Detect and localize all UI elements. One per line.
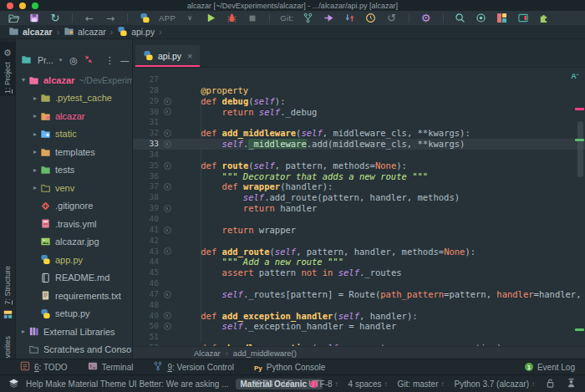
fold-marker-icon[interactable]: ∧ — [164, 227, 171, 234]
git-push-icon[interactable] — [323, 12, 336, 24]
status-item-33-23[interactable]: 33:23 — [252, 379, 273, 389]
error-stripe-mark[interactable] — [575, 108, 584, 110]
git-update-icon[interactable] — [343, 12, 357, 24]
fold-marker-icon[interactable]: ∧ — [164, 205, 171, 212]
tree-item-readme-md[interactable]: README.md — [16, 269, 133, 288]
stop-icon[interactable] — [246, 12, 259, 24]
status-item-4-spaces[interactable]: 4 spaces↕ — [348, 379, 388, 389]
run-anything-icon[interactable] — [475, 12, 488, 24]
toolbar-separator — [72, 13, 73, 23]
fold-marker-icon[interactable]: ∧ — [164, 108, 171, 115]
highlighting-level-icon[interactable] — [566, 378, 577, 390]
close-tab-icon[interactable]: × — [187, 51, 192, 61]
breadcrumb-alcazar[interactable]: alcazar — [8, 26, 53, 38]
close-window-button[interactable] — [7, 3, 13, 9]
fold-marker-icon[interactable]: ∨ — [164, 312, 171, 319]
tree-item-alcazar-jpg[interactable]: alcazar.jpg — [16, 233, 133, 252]
tool-window-python-console[interactable]: PyPython Console — [254, 363, 325, 372]
chevron-collapsed-icon[interactable]: ▸ — [31, 130, 39, 138]
status-item-python-3-7-alcazar-[interactable]: Python 3.7 (alcazar)↕ — [455, 379, 536, 389]
change-stripe-mark[interactable] — [575, 139, 584, 141]
code-line-47: 47∧ self._routes[pattern] = Route(path_p… — [133, 289, 585, 300]
tree-item-alcazar[interactable]: ▾alcazar~/DevExperiments — [16, 71, 133, 89]
local-history-icon[interactable] — [364, 12, 378, 24]
chevron-collapsed-icon[interactable]: ▸ — [19, 328, 28, 335]
project-structure-icon[interactable] — [516, 12, 530, 24]
save-all-icon[interactable] — [28, 12, 41, 24]
tree-item-app-py[interactable]: app.py — [16, 251, 133, 269]
tree-item-tests[interactable]: ▸tests — [16, 161, 133, 180]
status-item-git-master[interactable]: Git: master↕ — [398, 379, 445, 389]
editor-scrollbar[interactable] — [577, 121, 583, 177]
status-item-utf-8[interactable]: UTF-8↕ — [308, 379, 338, 389]
settings-icon[interactable]: ⚙ — [420, 12, 433, 24]
project-view-selector[interactable]: Pr... — [38, 55, 53, 65]
code-line-38: 38 self.add_route(pattern, handler, meth… — [133, 192, 585, 203]
tree-item--pytest-cache[interactable]: ▸.pytest_cache — [16, 89, 133, 108]
chevron-collapsed-icon[interactable]: ▸ — [31, 184, 39, 191]
chevron-collapsed-icon[interactable]: ▸ — [31, 166, 39, 174]
fold-marker-icon[interactable]: ∧ — [164, 291, 171, 298]
breadcrumb-class[interactable]: Alcazar — [194, 349, 221, 358]
material-theme-settings-icon[interactable] — [496, 12, 509, 24]
git-branches-icon[interactable] — [302, 12, 315, 24]
tab-api-py[interactable]: api.py × — [135, 45, 200, 67]
tree-item-templates[interactable]: ▸templates — [16, 143, 133, 161]
layers-icon — [8, 378, 19, 390]
plugins-icon[interactable] — [537, 12, 551, 24]
synchronize-icon[interactable]: ↻ — [48, 12, 62, 24]
folderDot-icon — [39, 129, 52, 139]
tree-item-static[interactable]: ▸static — [16, 125, 133, 144]
options-kebab-icon[interactable]: ⋮ — [105, 55, 114, 66]
chevron-collapsed-icon[interactable]: ▸ — [31, 148, 39, 155]
minimize-window-button[interactable] — [19, 3, 26, 9]
status-item-lf[interactable]: LF↕ — [283, 379, 299, 389]
run-configuration-label[interactable]: APP — [159, 13, 176, 23]
zoom-window-button[interactable] — [32, 3, 38, 9]
window-title: alcazar [~/DevExperiments/alcazar] - ...… — [0, 2, 585, 10]
tool-window-event-log[interactable]: 1Event Log — [525, 363, 575, 372]
breadcrumb-alcazar[interactable]: alcazar — [64, 26, 106, 38]
run-config-chevron-icon[interactable]: ∨ — [183, 12, 196, 24]
search-everywhere-icon[interactable] — [454, 12, 467, 24]
change-stripe-mark[interactable] — [575, 328, 584, 331]
tree-item-alcazar[interactable]: ▸alcazar — [16, 107, 133, 125]
tool-window-todo[interactable]: 6: TODO — [20, 361, 68, 373]
chevron-collapsed-icon[interactable]: ▸ — [31, 94, 39, 102]
fold-marker-icon[interactable]: ∧ — [164, 323, 171, 330]
tree-item--gitignore[interactable]: .gitignore — [16, 197, 133, 216]
tree-item-venv[interactable]: ▸venv — [16, 179, 133, 197]
tree-item-scratches-and-consoles[interactable]: Scratches and Consoles — [16, 341, 133, 359]
hide-panel-icon[interactable]: — — [120, 55, 130, 66]
editor[interactable]: api.py × Aˇ 2728 @property29∨ def debug(… — [133, 39, 585, 359]
tree-item-setup-py[interactable]: setup.py — [16, 305, 133, 323]
fold-marker-icon[interactable]: ∨ — [164, 130, 171, 137]
tree-item--travis-yml[interactable]: .travis.yml — [16, 215, 133, 233]
rollback-icon[interactable]: ↺ — [385, 12, 399, 24]
open-project-icon[interactable] — [7, 12, 20, 24]
breadcrumb-api.py[interactable]: api.py — [117, 26, 155, 38]
fold-marker-icon[interactable]: ∨ — [164, 247, 171, 255]
line-number: 45 — [133, 267, 161, 278]
locate-icon[interactable]: ◎ — [69, 55, 78, 66]
lock-icon[interactable] — [545, 378, 556, 390]
forward-icon[interactable]: → — [104, 12, 117, 24]
stripe-button-project[interactable]: ⚙1: Project — [0, 42, 15, 96]
tree-item-requirements-txt[interactable]: requirements.txt — [16, 287, 133, 305]
chevron-collapsed-icon[interactable]: ▸ — [31, 112, 39, 120]
tool-window-version-control[interactable]: 9: Version Control — [153, 361, 234, 373]
tree-item-external-libraries[interactable]: ▸External Libraries — [16, 323, 133, 341]
breadcrumb-method[interactable]: add_middleware() — [233, 349, 297, 358]
fold-marker-icon[interactable]: ∨ — [164, 183, 171, 191]
fold-marker-icon[interactable]: ∨ — [164, 162, 171, 170]
title-bar: alcazar [~/DevExperiments/alcazar] - ...… — [0, 0, 585, 11]
fold-marker-icon[interactable]: ∧ — [164, 140, 171, 148]
collapse-all-icon[interactable] — [84, 54, 94, 66]
chevron-expanded-icon[interactable]: ▾ — [19, 76, 28, 84]
stripe-button-structure[interactable]: 7: Structure — [0, 263, 15, 325]
back-icon[interactable]: ← — [83, 12, 96, 24]
fold-marker-icon[interactable]: ∨ — [164, 98, 171, 105]
tool-window-terminal[interactable]: Terminal — [88, 361, 134, 373]
run-icon[interactable] — [204, 12, 217, 24]
debug-icon[interactable] — [225, 12, 238, 24]
